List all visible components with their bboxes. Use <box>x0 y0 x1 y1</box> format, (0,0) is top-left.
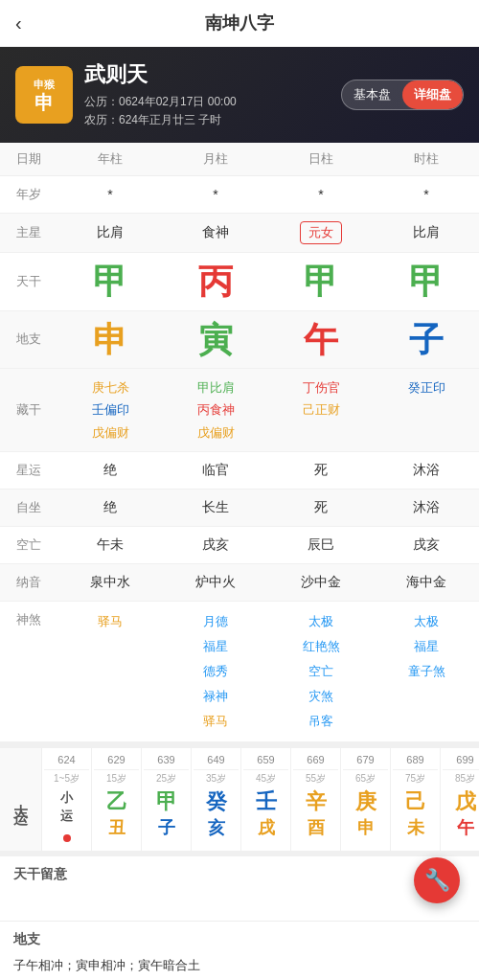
nayin-hour: 海中金 <box>374 566 479 599</box>
avatar: 申猴 申 <box>15 66 73 124</box>
shensha-year: 驿马 <box>57 602 163 642</box>
zanggan-month: 甲比肩 丙食神 戊偏财 <box>163 369 268 451</box>
xingyun-year: 绝 <box>57 454 163 487</box>
row-kongwang: 空亡 午未 戌亥 辰巳 戌亥 <box>0 527 479 564</box>
row-zhuxing: 主星 比肩 食神 元女 比肩 <box>0 214 479 253</box>
tiangan-liuyi-title: 天干留意 <box>13 866 466 883</box>
dayun-tg-1: 乙 <box>94 788 139 816</box>
dayun-item-8[interactable]: 699 85岁 戊 午 <box>441 748 479 851</box>
dayun-item-2[interactable]: 639 25岁 甲 子 <box>142 748 192 851</box>
zizuo-month: 长生 <box>163 491 268 524</box>
dayun-container: 大运 624 1~5岁 小运 629 15岁 乙 丑 <box>0 748 479 851</box>
shensha-hour: 太极 福星 童子煞 <box>374 602 479 692</box>
profile-lunar-date: 农历：624年正月廿三 子时 <box>84 111 464 129</box>
dayun-dz-7: 未 <box>393 816 438 839</box>
row-niansui: 年岁 * * * * <box>0 176 479 214</box>
col-header-year: 年柱 <box>57 143 163 175</box>
tiangan-liuyi-section: 天干留意 <box>0 851 479 921</box>
nayin-day: 沙中金 <box>268 566 374 599</box>
zanggan-day: 丁伤官 己正财 <box>268 369 374 451</box>
row-label-zhuxing: 主星 <box>0 215 57 251</box>
dayun-year-3: 649 <box>194 754 239 770</box>
niansui-day: * <box>268 179 374 210</box>
zizuo-year: 绝 <box>57 491 163 524</box>
dayun-dz-8: 午 <box>443 816 479 839</box>
zhuxing-hour: 比肩 <box>374 217 479 249</box>
avatar-char: 申 <box>34 92 54 113</box>
kongwang-month: 戌亥 <box>163 529 268 561</box>
dayun-age-8: 85岁 <box>443 772 479 786</box>
dayun-year-2: 639 <box>144 754 189 770</box>
dayun-year-1: 629 <box>94 754 139 770</box>
column-headers: 日期 年柱 月柱 日柱 时柱 <box>0 143 479 176</box>
dayun-age-3: 35岁 <box>194 772 239 786</box>
back-button[interactable]: ‹ <box>15 12 22 34</box>
row-label-tiangan: 天干 <box>0 263 57 300</box>
tab-basic[interactable]: 基本盘 <box>342 80 402 109</box>
dayun-items-row: 624 1~5岁 小运 629 15岁 乙 丑 639 2 <box>42 748 479 851</box>
profile-header: 申猴 申 武则天 公历：0624年02月17日 00:00 农历：624年正月廿… <box>0 47 479 143</box>
dayun-tg-4: 壬 <box>243 788 288 816</box>
tiangan-liuyi-content <box>13 889 466 911</box>
row-label-dizhi: 地支 <box>0 321 57 357</box>
dizhi-year: 申 <box>57 311 163 368</box>
main-table: 日期 年柱 月柱 日柱 时柱 年岁 * * * * 主星 比肩 食神 元女 比肩… <box>0 143 479 742</box>
fab-button[interactable]: 🔧 <box>414 857 460 903</box>
dizhi-zhuyi-section: 地支 子午相冲；寅申相冲；寅午暗合土 <box>0 921 479 980</box>
dayun-scroll-area[interactable]: 624 1~5岁 小运 629 15岁 乙 丑 639 2 <box>42 748 479 851</box>
row-shensha: 神煞 驿马 月德 福星 德秀 禄神 驿马 太极 红艳煞 空亡 灾煞 吊客 太极 … <box>0 602 479 742</box>
dayun-item-0: 624 1~5岁 小运 <box>42 748 92 851</box>
dayun-year-5: 669 <box>293 754 338 770</box>
col-header-month: 月柱 <box>163 143 268 175</box>
row-label-zizuo: 自坐 <box>0 490 57 526</box>
row-zanggan: 藏干 庚七杀 壬偏印 戊偏财 甲比肩 丙食神 戊偏财 丁伤官 己正财 癸正印 <box>0 369 479 452</box>
dayun-tg-2: 甲 <box>144 788 189 816</box>
zhuxing-day-highlight: 元女 <box>300 221 342 244</box>
row-dizhi: 地支 申 寅 午 子 <box>0 311 479 369</box>
dayun-age-1: 15岁 <box>94 772 139 786</box>
dayun-item-4[interactable]: 659 45岁 壬 戌 <box>241 748 291 851</box>
dayun-age-2: 25岁 <box>144 772 189 786</box>
dizhi-hour: 子 <box>374 311 479 368</box>
dayun-year-7: 689 <box>393 754 438 770</box>
niansui-hour: * <box>374 179 479 210</box>
dayun-item-6[interactable]: 679 65岁 庚 申 <box>341 748 391 851</box>
dayun-dz-1: 丑 <box>94 816 139 839</box>
avatar-zodiac: 申猴 <box>34 78 55 92</box>
dayun-tg-7: 己 <box>393 788 438 816</box>
tab-detail[interactable]: 详细盘 <box>402 80 463 109</box>
dayun-item-7[interactable]: 689 75岁 己 未 <box>391 748 441 851</box>
dizhi-zhuyi-title: 地支 <box>13 931 466 948</box>
top-bar: ‹ 南坤八字 <box>0 0 479 47</box>
dayun-tg-8: 戊 <box>443 788 479 816</box>
dayun-item-5[interactable]: 669 55岁 辛 酉 <box>291 748 341 851</box>
zizuo-day: 死 <box>268 491 374 524</box>
nayin-month: 炉中火 <box>163 566 268 599</box>
kongwang-day: 辰巳 <box>268 529 374 561</box>
row-label-kongwang: 空亡 <box>0 527 57 563</box>
dayun-item-1[interactable]: 629 15岁 乙 丑 <box>92 748 142 851</box>
dayun-dz-3: 亥 <box>194 816 239 839</box>
dayun-year-4: 659 <box>243 754 288 770</box>
dayun-year-0: 624 <box>44 754 89 770</box>
dayun-dz-5: 酉 <box>293 816 338 839</box>
dayun-year-6: 679 <box>343 754 388 770</box>
dayun-item-3[interactable]: 649 35岁 癸 亥 <box>192 748 241 851</box>
row-label-niansui: 年岁 <box>0 176 57 213</box>
fab-wrench-icon: 🔧 <box>424 868 450 893</box>
row-nayin: 纳音 泉中水 炉中火 沙中金 海中金 <box>0 564 479 602</box>
zanggan-year: 庚七杀 壬偏印 戊偏财 <box>57 369 163 451</box>
dayun-age-6: 65岁 <box>343 772 388 786</box>
row-label-shensha: 神煞 <box>0 602 57 638</box>
tiangan-month: 丙 <box>163 253 268 309</box>
niansui-month: * <box>163 179 268 210</box>
dayun-age-4: 45岁 <box>243 772 288 786</box>
dizhi-day: 午 <box>268 311 374 368</box>
tiangan-hour: 甲 <box>374 253 479 309</box>
col-header-day: 日柱 <box>268 143 374 175</box>
dayun-tg-3: 癸 <box>194 788 239 816</box>
dayun-dz-6: 申 <box>343 816 388 839</box>
tiangan-day: 甲 <box>268 253 374 309</box>
dayun-dz-4: 戌 <box>243 816 288 839</box>
zanggan-hour: 癸正印 <box>374 369 479 451</box>
